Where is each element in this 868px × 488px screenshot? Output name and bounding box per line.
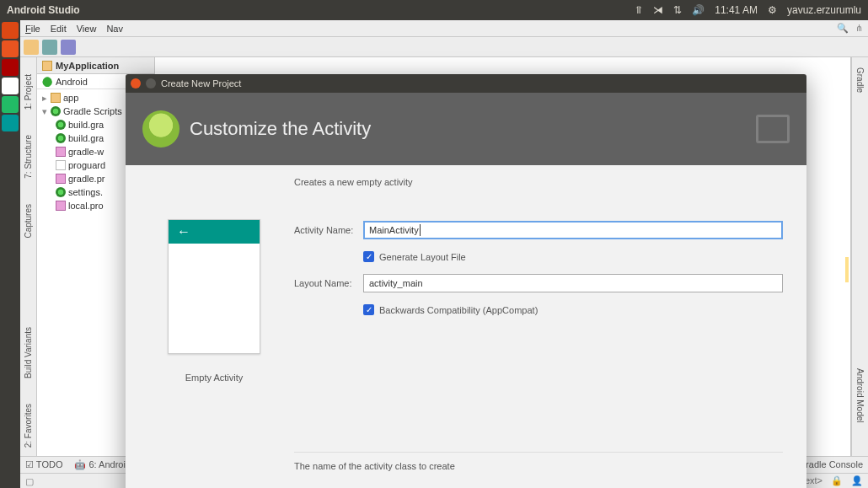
active-app-title: Android Studio: [7, 4, 80, 16]
checkbox-checked-icon: ✓: [363, 251, 374, 262]
dialog-description: Creates a new empty activity: [294, 177, 783, 187]
text-cursor: [420, 224, 421, 236]
menubar: File Edit View Nav 🔍 ⋔: [20, 20, 868, 37]
dialog-heading: Customize the Activity: [190, 118, 371, 140]
create-project-dialog: Create New Project Customize the Activit…: [126, 74, 806, 488]
gutter-android-model[interactable]: Android Model: [855, 368, 865, 422]
gutter-structure[interactable]: 7: Structure: [24, 135, 33, 179]
activity-name-label: Activity Name:: [294, 225, 363, 235]
gutter-build-variants[interactable]: Build Variants: [24, 327, 33, 378]
prop-icon: [56, 174, 66, 184]
dialog-window-title: Create New Project: [161, 78, 241, 88]
close-window-icon[interactable]: [131, 78, 141, 88]
checkbox-checked-icon: ✓: [363, 304, 374, 315]
editor-marker: [845, 257, 849, 282]
project-header[interactable]: MyApplication: [37, 57, 154, 74]
gutter-project[interactable]: 1: Project: [24, 74, 33, 110]
wifi-icon[interactable]: ⥣: [635, 4, 643, 16]
user-name[interactable]: yavuz.erzurumlu: [787, 4, 861, 16]
launcher-android-studio[interactable]: [2, 96, 19, 113]
main-toolbar: [20, 37, 868, 57]
filter-icon[interactable]: ⋔: [855, 23, 863, 34]
activity-name-input[interactable]: MainActivity: [363, 221, 783, 239]
menu-edit[interactable]: Edit: [51, 24, 67, 34]
gradle-icon: [56, 187, 66, 197]
dialog-titlebar[interactable]: Create New Project: [126, 74, 806, 93]
field-hint: The name of the activity class to create: [294, 452, 783, 471]
right-tool-gutter: Gradle Android Model: [851, 57, 868, 456]
android-icon: ⬤: [42, 76, 52, 87]
backcompat-checkbox[interactable]: ✓ Backwards Compatibility (AppCompat): [363, 304, 538, 315]
gradle-icon: [56, 133, 66, 143]
launcher-dash[interactable]: [2, 22, 19, 39]
save-icon[interactable]: [42, 40, 57, 55]
clock[interactable]: 11:41 AM: [715, 4, 758, 16]
minimize-window-icon[interactable]: [146, 78, 156, 88]
folder-icon: [51, 93, 61, 103]
template-caption: Empty Activity: [185, 373, 243, 383]
lock-icon[interactable]: 🔒: [831, 475, 843, 486]
file-icon: [56, 160, 66, 170]
phone-mock: ←: [168, 219, 260, 354]
back-arrow-icon: ←: [177, 224, 190, 239]
gradle-icon: [56, 120, 66, 130]
left-tool-gutter: 1: Project 7: Structure Captures Build V…: [20, 57, 37, 456]
project-name: MyApplication: [56, 61, 119, 71]
statusbar-icon[interactable]: ▢: [25, 476, 35, 486]
project-folder-icon: [42, 61, 52, 71]
menu-file[interactable]: File: [25, 24, 40, 34]
launcher-app1[interactable]: [2, 59, 19, 76]
unity-launcher: [0, 20, 20, 488]
hector-icon[interactable]: 👤: [851, 475, 863, 486]
open-icon[interactable]: [24, 40, 39, 55]
generate-layout-checkbox[interactable]: ✓ Generate Layout File: [363, 251, 466, 262]
layout-name-label: Layout Name:: [294, 278, 363, 288]
dialog-header: Customize the Activity: [126, 93, 806, 165]
prop-icon: [56, 201, 66, 211]
menu-view[interactable]: View: [77, 24, 97, 34]
launcher-app3[interactable]: [2, 115, 19, 131]
android-studio-logo-icon: [142, 110, 179, 147]
gutter-gradle[interactable]: Gradle: [855, 67, 865, 93]
android-studio-window: File Edit View Nav 🔍 ⋔ 1: Project 7: Str…: [20, 20, 868, 488]
launcher-app2[interactable]: [2, 78, 19, 94]
gutter-favorites[interactable]: 2: Favorites: [24, 404, 33, 448]
todo-tab[interactable]: ☑ TODO: [25, 459, 62, 470]
gutter-captures[interactable]: Captures: [24, 204, 33, 239]
network-icon[interactable]: ⇅: [673, 4, 682, 16]
dialog-footer: Previous Next Cancel Finish: [126, 480, 806, 488]
menu-navigate[interactable]: Nav: [106, 24, 123, 34]
ubuntu-top-panel: Android Studio ⥣ ⧕ ⇅ 🔊 11:41 AM ⚙ yavuz.…: [0, 0, 868, 20]
launcher-files[interactable]: [2, 40, 19, 57]
search-icon[interactable]: 🔍: [837, 23, 849, 34]
device-icon: [756, 115, 790, 143]
gradle-icon: [51, 106, 61, 116]
layout-name-input[interactable]: activity_main: [363, 274, 783, 292]
sync-icon[interactable]: [61, 40, 76, 55]
gear-icon[interactable]: ⚙: [768, 4, 777, 16]
volume-icon[interactable]: 🔊: [692, 4, 705, 16]
template-preview: ← Empty Activity: [159, 177, 269, 471]
prop-icon: [56, 147, 66, 157]
bluetooth-icon[interactable]: ⧕: [653, 4, 663, 16]
